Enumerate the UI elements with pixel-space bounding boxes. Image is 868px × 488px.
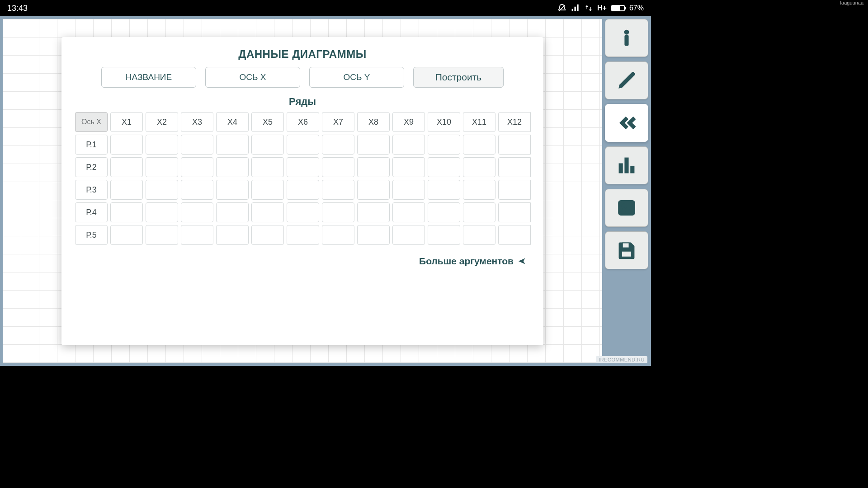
data-cell-r3-c10[interactable]: [428, 180, 460, 200]
save-icon: [617, 240, 637, 260]
data-cell-r3-c9[interactable]: [392, 180, 425, 200]
data-cell-r3-c7[interactable]: [322, 180, 354, 200]
axis-x-header[interactable]: Ось X: [75, 112, 108, 132]
image-icon: [617, 198, 637, 218]
data-cell-r2-c4[interactable]: [216, 157, 249, 177]
data-cell-r2-c8[interactable]: [357, 157, 390, 177]
data-cell-r5-c10[interactable]: [428, 225, 460, 245]
collapse-button[interactable]: [605, 104, 648, 142]
chart-name-input[interactable]: НАЗВАНИЕ: [101, 67, 196, 88]
data-cell-r5-c6[interactable]: [287, 225, 319, 245]
build-button[interactable]: Построить: [413, 67, 504, 88]
data-cell-r2-c3[interactable]: [181, 157, 213, 177]
data-cell-r4-c6[interactable]: [287, 202, 319, 222]
data-cell-r1-c4[interactable]: [216, 135, 249, 155]
col-header-X7[interactable]: X7: [322, 112, 354, 132]
data-cell-r4-c9[interactable]: [392, 202, 425, 222]
data-cell-r3-c2[interactable]: [146, 180, 178, 200]
data-cell-r4-c1[interactable]: [110, 202, 143, 222]
data-cell-r4-c12[interactable]: [498, 202, 531, 222]
info-button[interactable]: [605, 19, 648, 57]
data-cell-r3-c4[interactable]: [216, 180, 249, 200]
data-cell-r3-c5[interactable]: [251, 180, 284, 200]
edit-button[interactable]: [605, 61, 648, 99]
data-cell-r2-c9[interactable]: [392, 157, 425, 177]
col-header-X10[interactable]: X10: [428, 112, 460, 132]
data-cell-r2-c12[interactable]: [498, 157, 531, 177]
data-cell-r2-c10[interactable]: [428, 157, 460, 177]
save-button[interactable]: [605, 231, 648, 269]
data-cell-r5-c1[interactable]: [110, 225, 143, 245]
data-cell-r3-c6[interactable]: [287, 180, 319, 200]
col-header-X5[interactable]: X5: [251, 112, 284, 132]
data-cell-r4-c8[interactable]: [357, 202, 390, 222]
data-cell-r4-c7[interactable]: [322, 202, 354, 222]
data-cell-r1-c6[interactable]: [287, 135, 319, 155]
svg-point-1: [624, 30, 628, 34]
mute-icon: [557, 4, 566, 13]
data-cell-r2-c11[interactable]: [463, 157, 495, 177]
data-cell-r4-c11[interactable]: [463, 202, 495, 222]
data-cell-r1-c8[interactable]: [357, 135, 390, 155]
data-cell-r5-c7[interactable]: [322, 225, 354, 245]
data-cell-r2-c6[interactable]: [287, 157, 319, 177]
col-header-X4[interactable]: X4: [216, 112, 249, 132]
data-cell-r5-c2[interactable]: [146, 225, 178, 245]
data-cell-r3-c12[interactable]: [498, 180, 531, 200]
data-cell-r4-c3[interactable]: [181, 202, 213, 222]
data-cell-r2-c7[interactable]: [322, 157, 354, 177]
data-arrows-icon: [585, 4, 593, 12]
data-cell-r5-c3[interactable]: [181, 225, 213, 245]
chart-button[interactable]: [605, 146, 648, 184]
data-cell-r2-c2[interactable]: [146, 157, 178, 177]
data-cell-r1-c5[interactable]: [251, 135, 284, 155]
x-axis-input[interactable]: ОСЬ X: [205, 67, 300, 88]
watermark: IRECOMMEND.RU: [596, 356, 647, 363]
data-cell-r1-c2[interactable]: [146, 135, 178, 155]
data-cell-r3-c8[interactable]: [357, 180, 390, 200]
data-cell-r4-c2[interactable]: [146, 202, 178, 222]
data-cell-r4-c10[interactable]: [428, 202, 460, 222]
data-cell-r1-c12[interactable]: [498, 135, 531, 155]
row-label-5[interactable]: Р.5: [75, 225, 108, 245]
data-cell-r5-c9[interactable]: [392, 225, 425, 245]
row-label-2[interactable]: Р.2: [75, 157, 108, 177]
data-cell-r3-c3[interactable]: [181, 180, 213, 200]
data-cell-r2-c5[interactable]: [251, 157, 284, 177]
data-cell-r4-c4[interactable]: [216, 202, 249, 222]
col-header-X9[interactable]: X9: [392, 112, 425, 132]
more-arguments-link[interactable]: Больше аргументов: [75, 256, 530, 267]
data-cell-r3-c1[interactable]: [110, 180, 143, 200]
col-header-X3[interactable]: X3: [181, 112, 213, 132]
data-cell-r1-c1[interactable]: [110, 135, 143, 155]
data-cell-r2-c1[interactable]: [110, 157, 143, 177]
col-header-X2[interactable]: X2: [146, 112, 178, 132]
data-cell-r5-c8[interactable]: [357, 225, 390, 245]
data-cell-r1-c3[interactable]: [181, 135, 213, 155]
pencil-icon: [617, 70, 637, 90]
chart-name-placeholder: НАЗВАНИЕ: [126, 72, 172, 82]
data-cell-r1-c9[interactable]: [392, 135, 425, 155]
data-cell-r4-c5[interactable]: [251, 202, 284, 222]
col-header-X11[interactable]: X11: [463, 112, 495, 132]
y-axis-input[interactable]: ОСЬ Y: [309, 67, 404, 88]
svg-rect-2: [625, 36, 628, 46]
data-cell-r1-c7[interactable]: [322, 135, 354, 155]
col-header-X12[interactable]: X12: [498, 112, 531, 132]
row-label-1[interactable]: Р.1: [75, 135, 108, 155]
data-cell-r5-c4[interactable]: [216, 225, 249, 245]
col-header-X8[interactable]: X8: [357, 112, 390, 132]
col-header-X1[interactable]: X1: [110, 112, 143, 132]
col-header-X6[interactable]: X6: [287, 112, 319, 132]
data-cell-r1-c11[interactable]: [463, 135, 495, 155]
row-label-4[interactable]: Р.4: [75, 202, 108, 222]
row-label-3[interactable]: Р.3: [75, 180, 108, 200]
data-cell-r1-c10[interactable]: [428, 135, 460, 155]
data-cell-r5-c5[interactable]: [251, 225, 284, 245]
data-cell-r5-c11[interactable]: [463, 225, 495, 245]
image-button[interactable]: [605, 189, 648, 227]
data-cell-r5-c12[interactable]: [498, 225, 531, 245]
battery-percent: 67%: [629, 4, 644, 12]
chart-data-dialog: ДАННЫЕ ДИАГРАММЫ НАЗВАНИЕ ОСЬ X ОСЬ Y По…: [61, 37, 543, 345]
data-cell-r3-c11[interactable]: [463, 180, 495, 200]
